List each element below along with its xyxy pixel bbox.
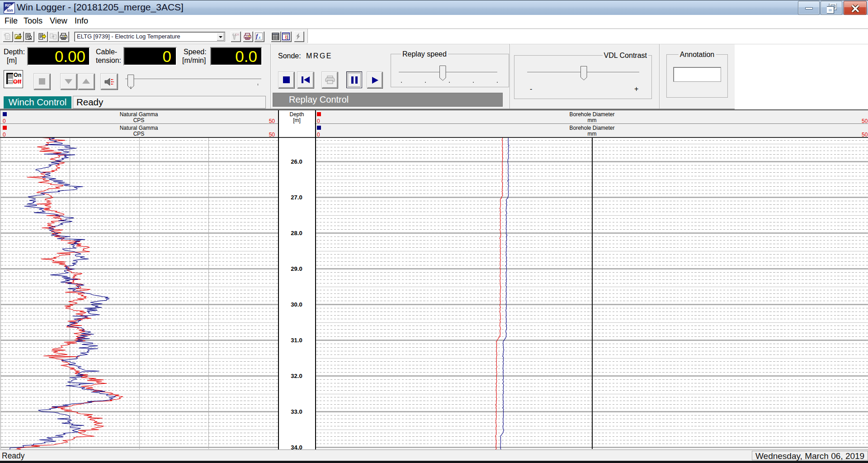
svg-text:32.0: 32.0 [291, 373, 302, 379]
svg-text:RG: RG [5, 3, 11, 8]
svg-text:29.0: 29.0 [291, 265, 302, 272]
svg-text:26.0: 26.0 [291, 158, 302, 165]
svg-text:Ion: Ion [7, 8, 13, 13]
svg-text:31.0: 31.0 [291, 337, 302, 344]
svg-text:33.0: 33.0 [291, 408, 302, 415]
svg-text:OK: OK [236, 33, 240, 36]
svg-text:27.0: 27.0 [291, 194, 302, 201]
svg-text:34.0: 34.0 [291, 444, 302, 449]
svg-text:28.0: 28.0 [291, 230, 302, 236]
svg-text:30.0: 30.0 [291, 301, 302, 308]
svg-text:x: x [258, 35, 261, 40]
